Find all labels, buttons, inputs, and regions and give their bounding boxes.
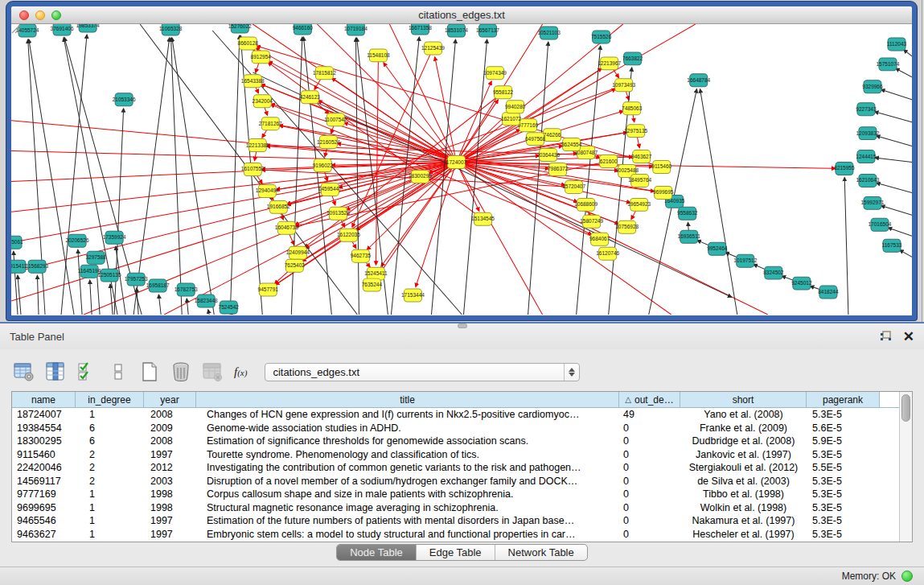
table-body: 1872400712008Changes of HCN gene express… (12, 408, 912, 541)
table-cell: Estimation of significance thresholds fo… (196, 435, 619, 448)
network-canvas[interactable]: 1405572437691406198533741106532815276022… (11, 24, 912, 315)
import-table-button-disabled (201, 361, 223, 383)
table-cell: Investigating the contribution of common… (196, 461, 619, 475)
table-cell: 2 (76, 448, 144, 462)
table-cell: 9115460 (12, 448, 76, 462)
table-cell: Structural magnetic resonance image aver… (196, 501, 619, 515)
table-row[interactable]: 1938455462009Genome-wide association stu… (12, 422, 912, 435)
table-cell: 5.3E-5 (807, 501, 880, 515)
table-cell: 2009 (144, 422, 196, 435)
select-stepper-icon[interactable] (564, 364, 579, 381)
table-cell: 0 (619, 488, 680, 501)
table-row[interactable]: 969969511998Structural magnetic resonanc… (12, 501, 912, 515)
table-cell: Nakamura et al. (1997) (680, 514, 807, 528)
table-cell: 5.3E-5 (807, 448, 880, 462)
table-cell: 1 (76, 488, 144, 501)
table-cell: 9699695 (12, 501, 76, 515)
table-cell: 6 (76, 422, 144, 435)
table-cell: 1997 (144, 514, 196, 528)
table-cell: 0 (619, 422, 680, 435)
application-window: citations_edges.txt 14055724376914061985… (0, 0, 924, 585)
table-row[interactable]: 1830029562008Estimation of significance … (12, 435, 912, 448)
table-row[interactable]: 911546021997Tourette syndrome. Phenomeno… (12, 448, 912, 462)
table-source-select[interactable]: citations_edges.txt (265, 363, 580, 381)
table-cell: 18724007 (12, 408, 76, 422)
panel-resize-grip[interactable] (458, 324, 466, 328)
table-cell: Dudbridge et al. (2008) (680, 435, 807, 448)
table-cell: Corpus callosum shape and size in male p… (196, 488, 619, 501)
table-cell: Genome-wide association studies in ADHD. (196, 422, 619, 435)
table-source-value: citations_edges.txt (273, 366, 359, 378)
table-cell: Tourette syndrome. Phenomenology and cla… (196, 448, 619, 462)
table-tabs: Node TableEdge TableNetwork Table (0, 544, 924, 561)
table-row[interactable]: 1872400712008Changes of HCN gene express… (12, 408, 912, 422)
memory-status-label: Memory: OK (842, 571, 896, 582)
new-file-button[interactable] (138, 361, 160, 383)
show-column-button[interactable] (44, 361, 66, 383)
tab-network-table[interactable]: Network Table (495, 545, 587, 560)
network-view-window[interactable]: citations_edges.txt 14055724376914061985… (6, 2, 917, 320)
table-cell: de Silva et al. (2003) (680, 475, 807, 488)
tab-edge-table[interactable]: Edge Table (417, 545, 495, 560)
table-row[interactable]: 946362711997Embryonic stem cells: a mode… (12, 528, 912, 542)
close-panel-icon[interactable]: ✕ (903, 330, 914, 344)
function-builder-button[interactable]: f(x) (234, 365, 247, 379)
column-header-outde[interactable]: out_de… (619, 392, 680, 407)
table-cell: 1998 (144, 488, 196, 501)
table-cell: 2003 (144, 475, 196, 488)
table-cell: Changes of HCN gene expression and I(f) … (196, 408, 619, 422)
table-cell: Estimation of the future numbers of pati… (196, 514, 619, 528)
table-cell: 0 (619, 448, 680, 462)
table-cell: 0 (619, 528, 680, 542)
select-columns-button[interactable] (76, 361, 97, 383)
table-cell: 0 (619, 435, 680, 448)
table-header-row[interactable]: namein_degreeyeartitleout_de…shortpagera… (12, 392, 912, 408)
table-panel-title: Table Panel (10, 331, 64, 343)
table-cell: 5.3E-5 (807, 408, 880, 422)
column-header-short[interactable]: short (680, 392, 807, 407)
table-cell: Stergiakouli et al. (2012) (680, 461, 807, 475)
tab-node-table[interactable]: Node Table (337, 545, 417, 560)
network-window-titlebar[interactable]: citations_edges.txt (11, 6, 912, 24)
table-cell: 1 (76, 408, 144, 422)
table-row[interactable]: 977716911998Corpus callosum shape and si… (12, 488, 912, 501)
scrollbar-thumb[interactable] (901, 394, 910, 422)
table-cell: 1 (76, 528, 144, 542)
table-cell: 19384554 (12, 422, 76, 435)
column-header-name[interactable]: name (12, 392, 76, 407)
column-header-title[interactable]: title (196, 392, 619, 407)
delete-button[interactable] (170, 361, 191, 383)
vertical-scrollbar[interactable] (899, 392, 912, 542)
table-cell: Hescheler et al. (1997) (680, 528, 807, 542)
table-cell: 5.3E-5 (807, 514, 880, 528)
table-cell: 6 (76, 435, 144, 448)
table-cell: 2008 (144, 408, 196, 422)
table-row[interactable]: 946554611997Estimation of the future num… (12, 514, 912, 528)
table-cell: 2 (76, 461, 144, 475)
column-header-year[interactable]: year (144, 392, 196, 407)
table-cell: 14569117 (12, 475, 76, 488)
table-row[interactable]: 2242004622012Investigating the contribut… (12, 461, 912, 475)
status-bar: Memory: OK (0, 566, 924, 585)
table-cell: Wolkin et al. (1998) (680, 501, 807, 515)
table-cell: 1 (76, 501, 144, 515)
table-cell: 0 (619, 514, 680, 528)
table-cell: 49 (619, 408, 680, 422)
network-window-title: citations_edges.txt (11, 9, 912, 21)
window-resize-grip[interactable] (11, 24, 910, 313)
table-cell: 5.3E-5 (807, 488, 880, 501)
float-panel-icon[interactable] (880, 331, 892, 342)
table-cell: 5.9E-5 (807, 435, 880, 448)
column-header-pagerank[interactable]: pagerank (807, 392, 880, 407)
table-toolbar: f(x) citations_edges.txt (13, 359, 580, 385)
node-table: namein_degreeyeartitleout_de…shortpagera… (11, 391, 913, 542)
table-cell: 18300295 (12, 435, 76, 448)
row-height-button[interactable] (107, 361, 129, 383)
table-cell: 1997 (144, 448, 196, 462)
table-settings-button[interactable] (13, 361, 35, 383)
table-cell: 22420046 (12, 461, 76, 475)
column-header-indegree[interactable]: in_degree (76, 392, 144, 407)
table-row[interactable]: 1456911722003Disruption of a novel membe… (12, 475, 912, 488)
table-cell: 9777169 (12, 488, 76, 501)
table-cell: Franke et al. (2009) (680, 422, 807, 435)
